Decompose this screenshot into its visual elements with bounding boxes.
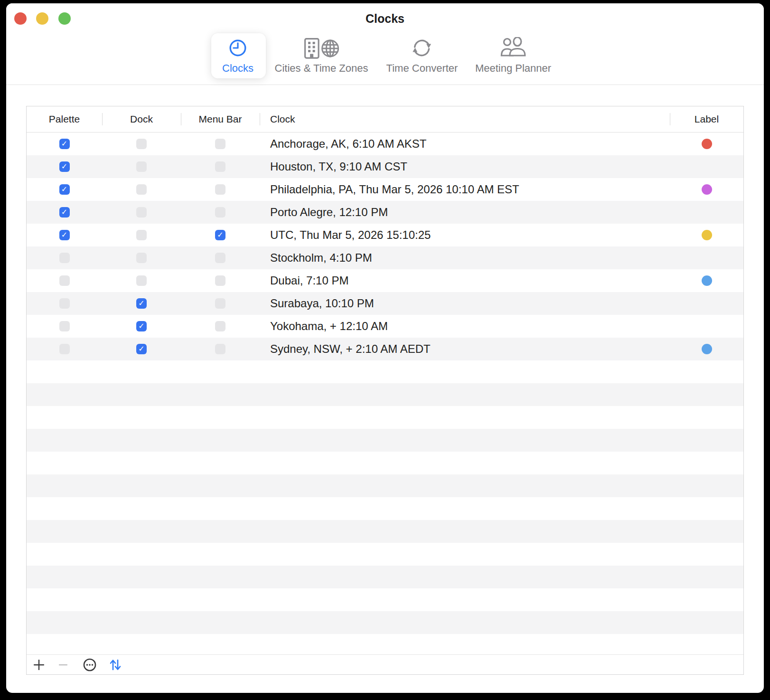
remove-button[interactable] [59,655,67,675]
tab-time-converter[interactable]: Time Converter [386,35,458,75]
palette-checkbox[interactable] [59,253,70,263]
menu-bar-checkbox[interactable] [215,184,225,195]
minus-icon [59,663,67,666]
header-divider [102,113,103,125]
table-row[interactable]: Surabaya, 10:10 PM [27,292,743,315]
table-row[interactable]: Stockholm, 4:10 PM [27,246,743,269]
col-header-menu-bar[interactable]: Menu Bar [181,106,260,132]
menu-bar-checkbox[interactable] [215,161,225,172]
menu-bar-cell [181,178,260,201]
tab-meeting-planner[interactable]: Meeting Planner [475,35,551,75]
col-header-dock[interactable]: Dock [102,106,181,132]
menu-bar-checkbox[interactable] [215,321,225,331]
dock-checkbox[interactable] [136,230,147,240]
label-color-dot [702,275,712,286]
palette-checkbox[interactable] [59,207,70,218]
dock-checkbox[interactable] [136,344,147,354]
dock-cell [102,338,181,360]
header-divider [260,113,260,125]
menu-bar-checkbox[interactable] [215,253,225,263]
label-color-dot [702,344,712,354]
clock-text: Philadelphia, PA, Thu Mar 5, 2026 10:10 … [260,178,670,201]
menu-bar-cell [181,132,260,155]
table-body: Anchorage, AK, 6:10 AM AKST Houston, TX,… [27,132,743,654]
clock-text: Porto Alegre, 12:10 PM [260,201,670,224]
palette-cell [27,178,102,201]
label-color-dot [702,184,712,195]
palette-checkbox[interactable] [59,321,70,331]
tab-clocks[interactable]: Clocks [222,35,254,75]
tab-label: Clocks [222,62,254,75]
menu-bar-checkbox[interactable] [215,207,225,218]
menu-bar-cell [181,338,260,360]
tab-label: Meeting Planner [475,62,551,75]
plus-icon [34,660,44,670]
palette-checkbox[interactable] [59,230,70,240]
menu-bar-checkbox[interactable] [215,230,225,240]
table-row[interactable]: UTC, Thu Mar 5, 2026 15:10:25 [27,224,743,246]
dock-cell [102,292,181,315]
dock-checkbox[interactable] [136,161,147,172]
dock-cell [102,178,181,201]
tab-label: Cities & Time Zones [275,62,368,75]
col-header-label[interactable]: Label [670,106,743,132]
menu-bar-checkbox[interactable] [215,344,225,354]
dock-checkbox[interactable] [136,139,147,149]
reorder-button[interactable] [109,655,122,675]
label-cell [670,132,743,155]
table-footer [27,654,743,674]
more-button[interactable] [83,655,96,675]
label-cell [670,269,743,292]
palette-checkbox[interactable] [59,184,70,195]
palette-cell [27,338,102,360]
clock-text: Dubai, 7:10 PM [260,269,670,292]
label-cell [670,178,743,201]
menu-bar-cell [181,246,260,269]
dock-checkbox[interactable] [136,253,147,263]
screen: Clocks Clocks [0,0,770,700]
palette-checkbox[interactable] [59,139,70,149]
clock-text: Yokohama, + 12:10 AM [260,315,670,338]
clock-text: Houston, TX, 9:10 AM CST [260,155,670,178]
dock-cell [102,315,181,338]
table-row[interactable]: Porto Alegre, 12:10 PM [27,201,743,224]
add-button[interactable] [34,655,44,675]
col-header-clock[interactable]: Clock [260,106,670,132]
palette-checkbox[interactable] [59,161,70,172]
palette-checkbox[interactable] [59,298,70,309]
table-row[interactable]: Yokohama, + 12:10 AM [27,315,743,338]
table-row[interactable]: Sydney, NSW, + 2:10 AM AEDT [27,338,743,360]
clocks-window: Clocks Clocks [6,3,764,693]
palette-checkbox[interactable] [59,275,70,286]
table-row[interactable]: Anchorage, AK, 6:10 AM AKST [27,132,743,155]
table-header: Palette Dock Menu Bar Clock Label [27,106,743,132]
label-color-dot [702,230,712,240]
header-divider [670,113,670,125]
label-cell [670,246,743,269]
dock-checkbox[interactable] [136,321,147,331]
label-color-dot [702,139,712,149]
tab-cities-time-zones[interactable]: Cities & Time Zones [275,35,368,75]
menu-bar-checkbox[interactable] [215,139,225,149]
menu-bar-checkbox[interactable] [215,275,225,286]
clock-icon [228,35,247,61]
clock-text: Stockholm, 4:10 PM [260,246,670,269]
menu-bar-cell [181,315,260,338]
clock-text: Sydney, NSW, + 2:10 AM AEDT [260,338,670,360]
palette-checkbox[interactable] [59,344,70,354]
menu-bar-checkbox[interactable] [215,298,225,309]
clocks-table: Palette Dock Menu Bar Clock Label Anchor… [26,106,744,675]
dock-checkbox[interactable] [136,184,147,195]
dock-cell [102,155,181,178]
menu-bar-cell [181,224,260,246]
menu-bar-cell [181,201,260,224]
dock-cell [102,246,181,269]
dock-checkbox[interactable] [136,207,147,218]
table-row[interactable]: Houston, TX, 9:10 AM CST [27,155,743,178]
table-row[interactable]: Dubai, 7:10 PM [27,269,743,292]
menu-bar-cell [181,269,260,292]
dock-checkbox[interactable] [136,275,147,286]
col-header-palette[interactable]: Palette [27,106,102,132]
table-row[interactable]: Philadelphia, PA, Thu Mar 5, 2026 10:10 … [27,178,743,201]
dock-checkbox[interactable] [136,298,147,309]
